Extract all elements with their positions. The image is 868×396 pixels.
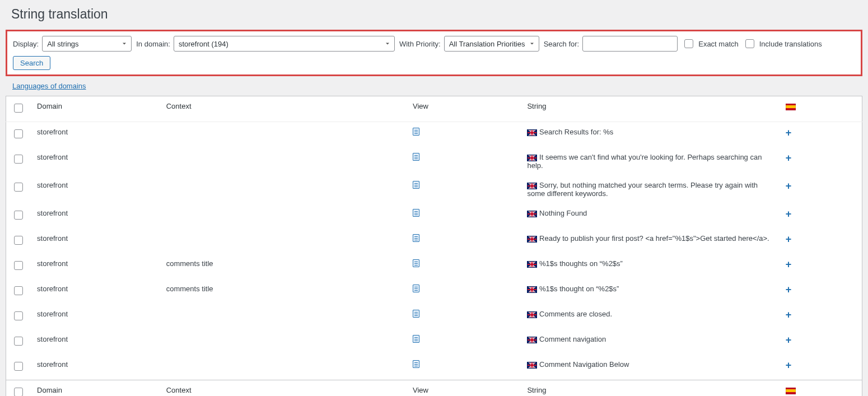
uk-flag-icon (527, 155, 537, 161)
row-checkbox[interactable] (14, 311, 23, 320)
row-domain: storefront (31, 254, 161, 279)
view-icon[interactable] (413, 285, 419, 292)
col-footer-domain[interactable]: Domain (31, 380, 161, 397)
search-button[interactable]: Search (13, 56, 50, 70)
row-domain: storefront (31, 355, 161, 380)
add-translation-icon[interactable]: + (786, 360, 792, 371)
row-string: Search Results for: %s (539, 128, 613, 136)
row-domain: storefront (31, 175, 161, 203)
domain-select[interactable]: storefront (194) (174, 36, 395, 52)
priority-select[interactable]: All Translation Priorities (444, 36, 539, 52)
view-icon[interactable] (413, 181, 419, 189)
row-string: Comments are closed. (539, 310, 612, 318)
row-string: Sorry, but nothing matched your search t… (527, 181, 758, 198)
languages-of-domains-link[interactable]: Languages of domains (12, 82, 86, 90)
row-domain: storefront (31, 229, 161, 254)
col-header-view[interactable]: View (407, 96, 521, 122)
row-domain: storefront (31, 147, 161, 175)
uk-flag-icon (527, 362, 537, 369)
row-context: comments title (161, 279, 407, 304)
row-checkbox[interactable] (14, 337, 23, 346)
view-icon[interactable] (413, 209, 419, 217)
row-checkbox[interactable] (14, 211, 23, 220)
col-footer-context[interactable]: Context (161, 380, 407, 397)
add-translation-icon[interactable]: + (786, 259, 792, 270)
row-checkbox[interactable] (14, 155, 23, 164)
uk-flag-icon (527, 236, 537, 243)
row-checkbox[interactable] (14, 129, 23, 138)
include-translations-label: Include translations (759, 40, 822, 48)
uk-flag-icon (527, 286, 537, 293)
row-checkbox[interactable] (14, 183, 23, 192)
uk-flag-icon (527, 183, 537, 189)
add-translation-icon[interactable]: + (786, 234, 792, 245)
uk-flag-icon (527, 211, 537, 217)
add-translation-icon[interactable]: + (786, 180, 792, 192)
view-icon[interactable] (413, 234, 419, 242)
priority-label: With Priority: (399, 40, 441, 48)
row-domain: storefront (31, 304, 161, 329)
view-icon[interactable] (413, 259, 419, 267)
uk-flag-icon (527, 129, 537, 136)
row-checkbox[interactable] (14, 362, 23, 371)
filters-bar: Display: All strings In domain: storefro… (6, 30, 862, 76)
col-footer-string[interactable]: String (521, 380, 780, 397)
col-footer-view[interactable]: View (407, 380, 521, 397)
domain-label: In domain: (136, 40, 170, 48)
row-string: It seems we can't find what you're looki… (527, 153, 762, 170)
table-row: storefront Comments are closed.+ (6, 304, 862, 329)
view-icon[interactable] (413, 153, 419, 161)
table-row: storefront Comment Navigation Below+ (6, 355, 862, 380)
row-domain: storefront (31, 122, 161, 148)
row-context (161, 304, 407, 329)
row-checkbox[interactable] (14, 236, 23, 245)
col-header-string[interactable]: String (521, 96, 780, 122)
display-select[interactable]: All strings (42, 36, 132, 52)
add-translation-icon[interactable]: + (786, 152, 792, 164)
row-context (161, 229, 407, 254)
search-label: Search for: (544, 40, 580, 48)
row-context (161, 329, 407, 355)
view-icon[interactable] (413, 335, 419, 343)
row-context: comments title (161, 254, 407, 279)
col-header-context[interactable]: Context (161, 96, 407, 122)
row-context (161, 147, 407, 175)
col-header-domain[interactable]: Domain (31, 96, 161, 122)
select-all-top-checkbox[interactable] (14, 104, 23, 113)
table-row: storefrontcomments title %1$s thought on… (6, 279, 862, 304)
table-row: storefront Ready to publish your first p… (6, 229, 862, 254)
add-translation-icon[interactable]: + (786, 334, 792, 346)
add-translation-icon[interactable]: + (786, 127, 792, 138)
table-row: storefront Search Results for: %s+ (6, 122, 862, 148)
add-translation-icon[interactable]: + (786, 208, 792, 220)
view-icon[interactable] (413, 310, 419, 318)
add-translation-icon[interactable]: + (786, 309, 792, 320)
row-string: %1$s thoughts on “%2$s” (539, 259, 623, 268)
row-string: Nothing Found (539, 209, 587, 217)
row-string: Ready to publish your first post? <a hre… (539, 234, 769, 243)
view-icon[interactable] (413, 360, 419, 368)
row-context (161, 203, 407, 229)
row-string: Comment navigation (539, 335, 606, 343)
table-row: storefront Nothing Found+ (6, 203, 862, 229)
row-domain: storefront (31, 279, 161, 304)
row-string: %1$s thought on “%2$s” (539, 285, 619, 293)
strings-table: Domain Context View String storefront Se… (6, 96, 862, 396)
add-translation-icon[interactable]: + (786, 284, 792, 295)
include-translations-checkbox[interactable] (745, 39, 754, 48)
row-context (161, 122, 407, 148)
uk-flag-icon (527, 261, 537, 268)
uk-flag-icon (527, 311, 537, 318)
exact-match-checkbox[interactable] (684, 39, 693, 48)
select-all-bottom-checkbox[interactable] (14, 388, 23, 396)
search-input[interactable] (582, 36, 678, 52)
row-checkbox[interactable] (14, 261, 23, 270)
exact-match-label: Exact match (698, 40, 739, 48)
table-row: storefront Comment navigation+ (6, 329, 862, 355)
table-row: storefrontcomments title %1$s thoughts o… (6, 254, 862, 279)
view-icon[interactable] (413, 128, 419, 136)
display-label: Display: (13, 40, 39, 48)
row-checkbox[interactable] (14, 286, 23, 295)
row-context (161, 355, 407, 380)
table-row: storefront It seems we can't find what y… (6, 147, 862, 175)
